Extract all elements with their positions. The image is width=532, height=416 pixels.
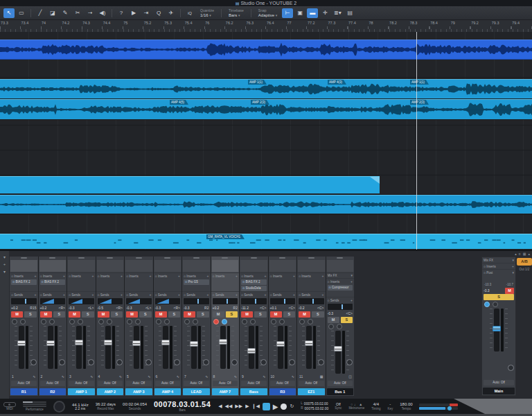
pan-control[interactable]: [184, 298, 209, 304]
mute-button[interactable]: M: [40, 311, 52, 318]
channel-name[interactable]: AMP 2: [97, 388, 124, 395]
volume-fader[interactable]: [105, 326, 111, 369]
channel-name[interactable]: Main: [483, 388, 515, 395]
pan-control[interactable]: [40, 298, 66, 304]
pan-value[interactable]: R2: [233, 305, 238, 311]
add-send-icon[interactable]: +: [178, 293, 180, 297]
monitor-button[interactable]: [78, 319, 83, 324]
inserts-header[interactable]: ⊙ Inserts +: [39, 272, 67, 279]
record-button[interactable]: [281, 404, 287, 410]
mixfx-slot[interactable]: Mix FX▾: [482, 257, 515, 263]
pan-control[interactable]: [299, 298, 324, 304]
help-button[interactable]: ?: [116, 8, 127, 18]
channel-name[interactable]: EZ1: [298, 388, 325, 395]
volume-fader[interactable]: [220, 326, 226, 369]
pan-control[interactable]: [155, 298, 181, 304]
pan-value[interactable]: <L>: [88, 305, 94, 311]
monitor-button[interactable]: [222, 319, 227, 324]
mute-button[interactable]: M: [155, 311, 167, 318]
pan-knob[interactable]: [260, 359, 267, 365]
channel-header[interactable]: [240, 260, 267, 272]
expand-icon[interactable]: ▴: [515, 252, 517, 256]
channel-strip[interactable]: ⊙ Inserts + ⊙ Sends + -0.5 <R> M S: [96, 257, 125, 396]
channel-strip[interactable]: ⊙ Inserts + ⊙ Sends + -0.2 <C> M S: [297, 257, 326, 396]
add-insert-icon[interactable]: +: [322, 274, 324, 278]
mute-button[interactable]: M: [69, 311, 80, 318]
gain-value[interactable]: -0.3: [484, 288, 490, 293]
channel-name[interactable]: LEAD: [183, 388, 210, 395]
add-insert-icon[interactable]: +: [63, 274, 65, 278]
gain-value[interactable]: -0.3: [155, 305, 161, 311]
mute-button[interactable]: M: [328, 317, 339, 323]
solo-button[interactable]: S: [197, 311, 209, 318]
volume-fader[interactable]: [335, 331, 341, 374]
channel-name[interactable]: R1: [10, 388, 37, 395]
sends-header[interactable]: ⊙ Sends +: [67, 291, 96, 297]
solo-button[interactable]: S: [484, 294, 514, 300]
inserts-header[interactable]: ⊙ Inserts +: [96, 272, 125, 279]
gain-value[interactable]: -0.3: [328, 311, 334, 316]
inserts-header[interactable]: ⊙ Inserts +: [10, 272, 38, 279]
record-arm-button[interactable]: [299, 319, 305, 324]
mixfx-slot[interactable]: Mix FX▾: [326, 272, 355, 279]
mute-button[interactable]: M: [11, 311, 23, 318]
mute-tool-button[interactable]: ✂: [72, 8, 83, 18]
sends-header[interactable]: ⊙ Sends +: [240, 291, 268, 297]
paint-tool-button[interactable]: ✎: [60, 8, 71, 18]
pan-control[interactable]: [328, 304, 353, 310]
sends-header[interactable]: ⊙ Sends +: [297, 291, 326, 297]
add-send-icon[interactable]: +: [351, 298, 353, 302]
timeline-ruler[interactable]: 73.373.47474.274.374.47575.275.375.47676…: [0, 19, 532, 33]
pan-value[interactable]: <C>: [346, 311, 353, 316]
monitor-button[interactable]: [49, 319, 55, 324]
gain-value[interactable]: -0.3: [69, 305, 75, 311]
play-button[interactable]: ▶: [273, 403, 278, 410]
automation-mode[interactable]: Auto: Off: [299, 381, 324, 386]
inserts-header[interactable]: ⊙ Inserts +: [67, 272, 96, 279]
previous-marker-button[interactable]: ◀: [218, 404, 222, 409]
insert-device[interactable]: BIAS FX 2: [40, 279, 66, 285]
bank-icon[interactable]: ▾: [3, 269, 6, 274]
insert-device[interactable]: BIAS FX 2: [11, 279, 37, 285]
crosshair-button[interactable]: ✛: [319, 8, 330, 18]
pan-value[interactable]: <C>: [260, 305, 266, 311]
insert-device[interactable]: StudioDela: [241, 286, 267, 291]
channel-strip[interactable]: Mix FX▾ ⊙ Inserts + Compressor ⊙ Sends +…: [326, 257, 355, 396]
bars-display[interactable]: 00078.03.01.54 Bars: [154, 401, 211, 413]
channel-name[interactable]: R2: [39, 388, 66, 395]
ab-compare-button[interactable]: A/B: [517, 258, 532, 266]
pan-knob[interactable]: [318, 359, 324, 365]
grid-icon[interactable]: ▦: [523, 252, 526, 256]
add-send-icon[interactable]: +: [121, 293, 123, 297]
range-tool-button[interactable]: ▭: [16, 8, 27, 18]
audio-clip-track3[interactable]: AMP 4(5) AMP 2(3) AMP 2(3): [0, 99, 532, 119]
automation-mode[interactable]: Auto: Off: [155, 381, 181, 386]
insert-device[interactable]: Pro G5: [184, 279, 209, 285]
midi-clip-track6[interactable]: GM_RATA_VL VOICH1: [0, 234, 532, 249]
automation-mode[interactable]: Auto: Off: [213, 381, 238, 386]
channel-name[interactable]: AMP 3: [125, 388, 152, 395]
next-marker-button[interactable]: ▶: [245, 404, 249, 409]
output-level-meter[interactable]: [419, 404, 458, 410]
solo-button[interactable]: S: [82, 311, 94, 318]
post-toggle[interactable]: ⊙Post▾: [482, 269, 515, 275]
automation-mode[interactable]: Auto: Off: [241, 381, 267, 386]
collapse-icon[interactable]: ▾: [3, 254, 6, 259]
record-arm-button[interactable]: [184, 319, 190, 324]
eraser-tool-button[interactable]: ◪: [47, 8, 58, 18]
audio-clip-track2[interactable]: AMP 1(1) AMP 4(3) AMP 1(1): [0, 79, 532, 98]
inserts-header[interactable]: ⊙ Inserts +: [211, 272, 240, 279]
save-button[interactable]: ▤: [344, 8, 355, 18]
loop-range-display[interactable]: L00075.03.02.00 R00075.03.02.00: [301, 401, 328, 411]
channel-name[interactable]: Bass: [240, 388, 267, 395]
pan-knob[interactable]: [88, 359, 94, 365]
sync-toggle[interactable]: Off Sync: [335, 403, 342, 410]
mute-button[interactable]: M: [299, 311, 310, 318]
add-channel-button[interactable]: +: [3, 262, 6, 266]
seconds-display[interactable]: 00:02:04.054 Seconds: [123, 402, 147, 410]
monitor-button[interactable]: [107, 319, 112, 324]
key-display[interactable]: - Key: [387, 402, 393, 410]
add-insert-icon[interactable]: +: [92, 274, 94, 278]
add-send-icon[interactable]: +: [150, 293, 152, 297]
record-arm-button[interactable]: [127, 319, 132, 324]
